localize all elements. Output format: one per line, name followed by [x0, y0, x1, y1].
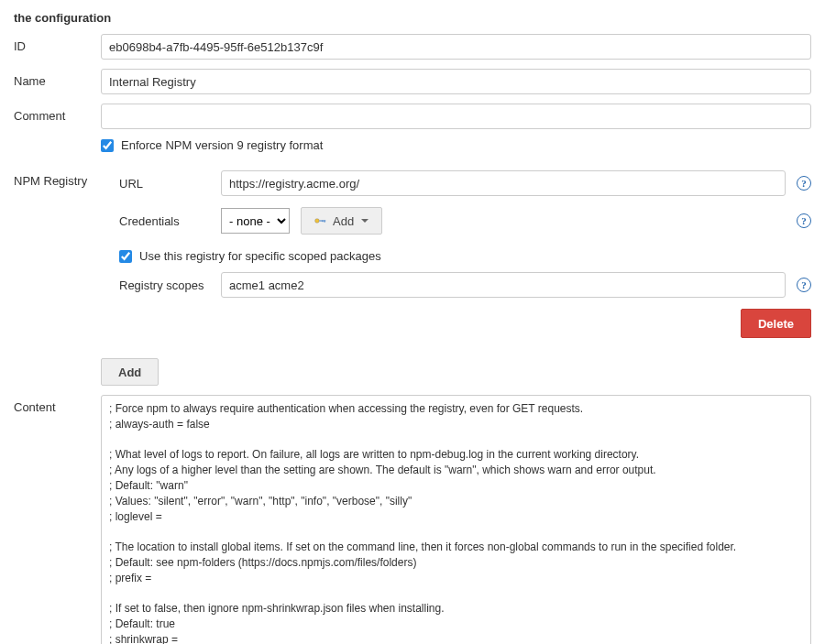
content-label: Content — [14, 395, 101, 414]
enforce-npm-v9-label: Enforce NPM version 9 registry format — [121, 138, 323, 152]
chevron-down-icon — [361, 219, 368, 223]
url-label: URL — [119, 177, 215, 191]
enforce-npm-v9-checkbox[interactable] — [101, 139, 114, 152]
add-credentials-label: Add — [333, 214, 354, 228]
scopes-input[interactable] — [221, 272, 786, 298]
scoped-label: Use this registry for specific scoped pa… — [139, 249, 381, 263]
id-input[interactable] — [101, 34, 811, 60]
help-icon[interactable]: ? — [797, 213, 811, 228]
scopes-label: Registry scopes — [119, 278, 215, 292]
comment-label: Comment — [14, 104, 101, 123]
comment-input[interactable] — [101, 104, 811, 129]
url-input[interactable] — [221, 170, 786, 196]
credentials-select[interactable]: - none - — [221, 208, 290, 234]
add-credentials-button[interactable]: Add — [301, 207, 382, 235]
name-label: Name — [14, 69, 101, 88]
scoped-checkbox[interactable] — [119, 250, 132, 263]
delete-button[interactable]: Delete — [741, 309, 811, 338]
id-label: ID — [14, 34, 101, 53]
name-input[interactable] — [101, 69, 811, 94]
svg-rect-3 — [322, 220, 323, 222]
help-icon[interactable]: ? — [797, 278, 811, 292]
credentials-label: Credentials — [119, 214, 215, 228]
svg-rect-2 — [324, 220, 325, 222]
add-registry-button[interactable]: Add — [101, 358, 159, 386]
npm-registry-label: NPM Registry — [14, 170, 101, 188]
key-icon — [314, 217, 327, 224]
section-title: the configuration — [14, 11, 811, 25]
content-textarea[interactable] — [101, 395, 811, 644]
help-icon[interactable]: ? — [797, 176, 811, 191]
svg-point-0 — [315, 219, 320, 224]
